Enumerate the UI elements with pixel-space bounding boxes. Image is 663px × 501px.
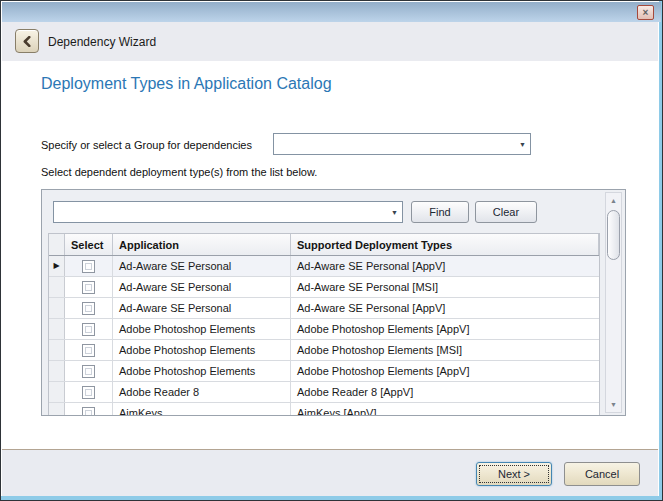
wizard-footer: Next > Cancel (2, 449, 658, 496)
deployment-type-cell: Adobe Photoshop Elements [MSI] (291, 340, 599, 360)
deployment-table: Select Application Supported Deployment … (48, 233, 600, 415)
select-cell (65, 361, 113, 381)
table-row[interactable]: Adobe Photoshop ElementsAdobe Photoshop … (49, 340, 599, 361)
row-indicator (49, 277, 65, 297)
titlebar: × (2, 2, 661, 22)
table-header-row: Select Application Supported Deployment … (49, 234, 599, 256)
wizard-header: Dependency Wizard (2, 22, 658, 62)
table-row[interactable]: AimKeysAimKeys [AppV] (49, 403, 599, 415)
group-combo-input[interactable] (276, 136, 514, 152)
table-row[interactable]: Adobe Photoshop ElementsAdobe Photoshop … (49, 319, 599, 340)
group-combobox[interactable]: ▼ (273, 133, 531, 155)
select-cell (65, 340, 113, 360)
select-cell (65, 382, 113, 402)
list-label: Select dependent deployment type(s) from… (41, 166, 317, 178)
chevron-down-icon[interactable]: ▼ (519, 134, 526, 154)
row-indicator (49, 382, 65, 402)
vertical-scrollbar[interactable]: ▲ ▼ (605, 192, 622, 413)
chevron-down-icon[interactable]: ▼ (391, 202, 398, 222)
row-indicator (49, 403, 65, 415)
row-checkbox[interactable] (82, 407, 95, 416)
arrow-up-icon: ▲ (610, 197, 617, 204)
row-indicator (49, 298, 65, 318)
scrollbar-thumb[interactable] (607, 210, 620, 260)
group-label: Specify or select a Group for dependenci… (41, 139, 252, 151)
application-cell: Ad-Aware SE Personal (113, 277, 291, 297)
row-checkbox[interactable] (82, 323, 95, 336)
arrow-down-icon: ▼ (610, 401, 617, 408)
row-checkbox[interactable] (82, 281, 95, 294)
wizard-content: Deployment Types in Application Catalog … (2, 61, 658, 450)
select-cell (65, 319, 113, 339)
deployment-type-cell: Ad-Aware SE Personal [AppV] (291, 298, 599, 318)
current-row-arrow-icon: ▶ (53, 262, 59, 270)
close-button[interactable]: × (637, 5, 654, 20)
deployment-type-cell: Ad-Aware SE Personal [MSI] (291, 277, 599, 297)
table-row[interactable]: Ad-Aware SE PersonalAd-Aware SE Personal… (49, 298, 599, 319)
deployment-type-cell: Adobe Reader 8 [AppV] (291, 382, 599, 402)
select-cell (65, 256, 113, 276)
row-checkbox[interactable] (82, 344, 95, 357)
back-button[interactable] (15, 29, 39, 53)
application-cell: Adobe Photoshop Elements (113, 361, 291, 381)
application-cell: Adobe Photoshop Elements (113, 319, 291, 339)
row-indicator: ▶ (49, 256, 65, 276)
dependency-wizard-window: × Dependency Wizard Deployment Types in … (0, 0, 663, 501)
application-cell: AimKeys (113, 403, 291, 415)
deployment-type-cell: Adobe Photoshop Elements [AppV] (291, 319, 599, 339)
application-cell: Ad-Aware SE Personal (113, 298, 291, 318)
row-checkbox[interactable] (82, 302, 95, 315)
row-checkbox[interactable] (82, 365, 95, 378)
back-icon (22, 36, 33, 47)
table-row[interactable]: Ad-Aware SE PersonalAd-Aware SE Personal… (49, 277, 599, 298)
close-icon: × (643, 7, 649, 18)
deployment-type-cell: AimKeys [AppV] (291, 403, 599, 415)
find-button[interactable]: Find (411, 201, 469, 223)
row-checkbox[interactable] (82, 260, 95, 273)
row-checkbox[interactable] (82, 386, 95, 399)
row-indicator (49, 340, 65, 360)
search-combo-input[interactable] (56, 204, 386, 220)
application-cell: Ad-Aware SE Personal (113, 256, 291, 276)
select-cell (65, 403, 113, 415)
table-row[interactable]: Adobe Photoshop ElementsAdobe Photoshop … (49, 361, 599, 382)
application-cell: Adobe Photoshop Elements (113, 340, 291, 360)
row-indicator (49, 319, 65, 339)
column-header-deployment-types[interactable]: Supported Deployment Types (291, 234, 599, 255)
application-cell: Adobe Reader 8 (113, 382, 291, 402)
table-row[interactable]: Adobe Reader 8Adobe Reader 8 [AppV] (49, 382, 599, 403)
deployment-type-cell: Ad-Aware SE Personal [AppV] (291, 256, 599, 276)
column-header-application[interactable]: Application (113, 234, 291, 255)
clear-button[interactable]: Clear (475, 201, 537, 223)
row-indicator (49, 361, 65, 381)
deployment-list-panel: ▼ Find Clear Select Application Supporte… (41, 189, 626, 416)
scroll-up-button[interactable]: ▲ (606, 193, 621, 208)
table-body: ▶Ad-Aware SE PersonalAd-Aware SE Persona… (49, 256, 599, 415)
column-header-select[interactable]: Select (65, 234, 113, 255)
scroll-down-button[interactable]: ▼ (606, 397, 621, 412)
select-cell (65, 298, 113, 318)
page-title: Deployment Types in Application Catalog (41, 75, 332, 93)
search-combobox[interactable]: ▼ (53, 201, 403, 223)
next-button[interactable]: Next > (476, 462, 552, 486)
deployment-type-cell: Adobe Photoshop Elements [AppV] (291, 361, 599, 381)
row-indicator-header (49, 234, 65, 255)
cancel-button[interactable]: Cancel (564, 462, 640, 486)
select-cell (65, 277, 113, 297)
window-title: Dependency Wizard (48, 22, 156, 61)
table-row[interactable]: ▶Ad-Aware SE PersonalAd-Aware SE Persona… (49, 256, 599, 277)
